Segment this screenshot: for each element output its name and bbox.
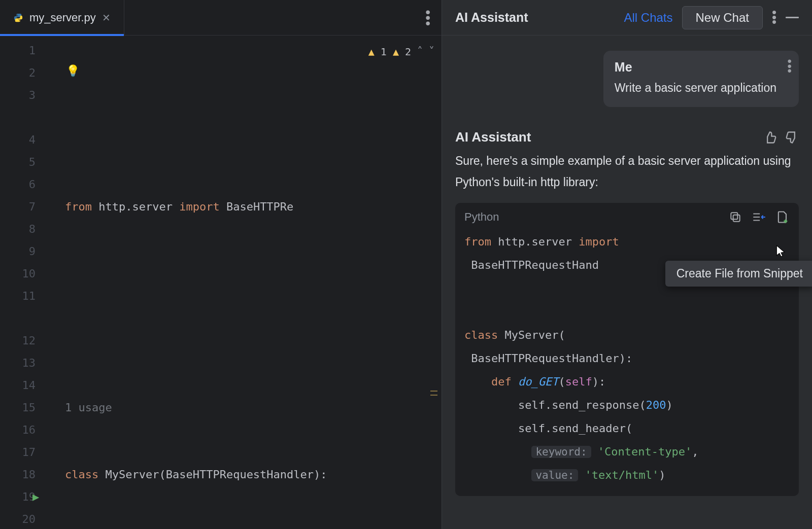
chat-header: AI Assistant All Chats New Chat •••: [442, 0, 812, 36]
line-number-gutter: 123 4567 891011 12131415 161718 ▶19 20: [0, 36, 56, 529]
tab-my-server[interactable]: my_server.py ✕: [0, 0, 124, 36]
warning-marker[interactable]: [430, 395, 437, 396]
lightbulb-icon[interactable]: 💡: [66, 60, 80, 82]
user-label: Me: [615, 60, 776, 75]
code-content[interactable]: ▲1 ▲2 ˄ ˅ 💡 from http.server import Base…: [56, 36, 442, 529]
user-message-bubble: ••• Me Write a basic server application: [603, 51, 799, 107]
svg-rect-1: [731, 213, 737, 219]
user-message-text: Write a basic server application: [615, 78, 776, 98]
warning-icon: ▲: [393, 41, 399, 63]
ai-assistant-panel: AI Assistant All Chats New Chat ••• ••• …: [442, 0, 812, 529]
chat-body: ••• Me Write a basic server application …: [442, 36, 812, 529]
editor-pane: my_server.py ✕ ••• 123 4567 891011 12131…: [0, 0, 442, 529]
svg-rect-0: [733, 215, 740, 222]
tooltip: Create File from Snippet: [665, 261, 812, 287]
new-chat-button[interactable]: New Chat: [682, 6, 763, 29]
run-gutter-icon[interactable]: ▶: [32, 486, 39, 508]
warning-marker[interactable]: [430, 391, 437, 392]
code-snippet-card: Python from http.server import BaseHTTPR…: [455, 203, 799, 496]
thumbs-down-icon[interactable]: [785, 130, 799, 145]
panel-title: AI Assistant: [455, 10, 528, 25]
minimize-icon[interactable]: [786, 17, 799, 18]
thumbs-up-icon[interactable]: [763, 130, 777, 145]
insert-snippet-button[interactable]: [751, 210, 766, 224]
cursor-icon: [774, 244, 788, 258]
warning-icon: ▲: [368, 41, 375, 63]
python-file-icon: [13, 13, 23, 23]
editor-tab-bar: my_server.py ✕ •••: [0, 0, 442, 36]
tab-filename: my_server.py: [29, 11, 96, 24]
usage-hint[interactable]: 1 usage: [65, 397, 442, 419]
ai-message-text: Sure, here's a simple example of a basic…: [455, 150, 799, 193]
message-menu-button[interactable]: •••: [788, 59, 792, 74]
snippet-language-label: Python: [464, 210, 499, 224]
tab-bar-menu-button[interactable]: •••: [425, 9, 442, 26]
all-chats-link[interactable]: All Chats: [624, 11, 672, 25]
ai-label: AI Assistant: [455, 129, 531, 145]
kebab-icon: •••: [425, 9, 430, 26]
panel-menu-button[interactable]: •••: [772, 10, 776, 25]
code-editor[interactable]: 123 4567 891011 12131415 161718 ▶19 20 ▲…: [0, 36, 442, 529]
ai-message: AI Assistant Sure, here's a simple examp…: [455, 129, 799, 496]
chevron-up-icon[interactable]: ˄: [417, 41, 423, 63]
close-icon[interactable]: ✕: [102, 12, 111, 24]
create-file-from-snippet-button[interactable]: [775, 210, 790, 224]
chevron-down-icon[interactable]: ˅: [429, 41, 434, 63]
copy-snippet-button[interactable]: [729, 210, 742, 224]
inspections-indicator[interactable]: ▲1 ▲2 ˄ ˅: [368, 41, 434, 63]
